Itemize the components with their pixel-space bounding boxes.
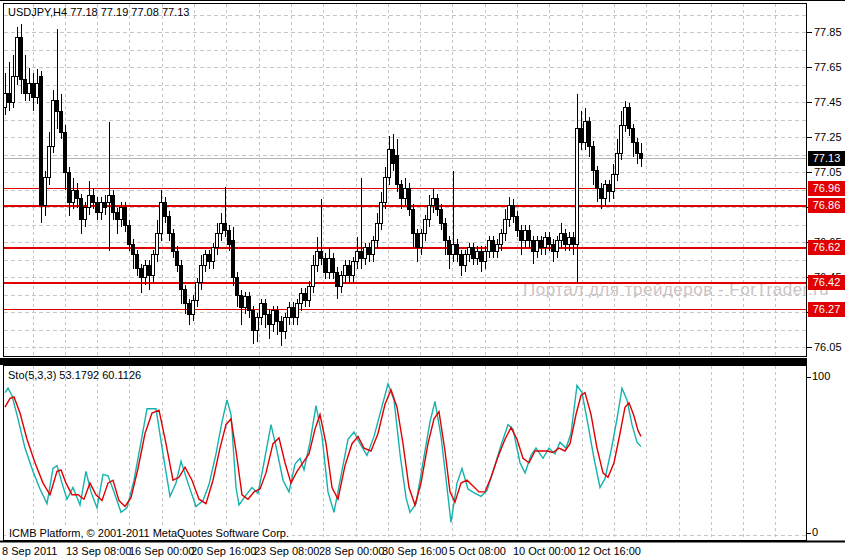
current-price-tag: 77.13 <box>808 151 845 166</box>
candle-body <box>616 153 619 174</box>
candle-body <box>588 122 591 147</box>
candle-body <box>96 202 99 213</box>
time-axis-label: 16 Sep 00:00 <box>129 545 194 557</box>
candle-body <box>168 216 171 234</box>
candle-body <box>72 190 75 202</box>
candle-body <box>132 244 135 255</box>
time-axis-label: 20 Sep 16:00 <box>191 545 256 557</box>
level-price-tag: 76.86 <box>808 198 845 213</box>
candle-body <box>176 251 179 265</box>
candle-body <box>228 230 231 244</box>
candle-body <box>296 304 299 318</box>
candle-body <box>600 188 603 199</box>
price-chart-canvas[interactable] <box>0 0 845 558</box>
candle-body <box>44 178 47 206</box>
candle-body <box>356 251 359 262</box>
candle-body <box>368 248 371 255</box>
candle-body <box>24 80 27 94</box>
time-axis-label: 23 Sep 08:00 <box>254 545 319 557</box>
candle-body <box>436 199 439 210</box>
time-axis-label: 10 Oct 00:00 <box>513 545 576 557</box>
candle-body <box>304 293 307 300</box>
candle-body <box>552 244 555 251</box>
chart-window: USDJPY,H4 77.18 77.19 77.08 77.13 Sto(5,… <box>0 0 845 558</box>
candle-body <box>16 38 19 76</box>
candle-body <box>32 83 35 97</box>
candle-body <box>40 76 43 206</box>
candle-body <box>636 143 639 154</box>
candle-body <box>476 251 479 258</box>
candle-body <box>380 202 383 223</box>
candle-body <box>544 237 547 248</box>
candle-body <box>240 295 243 307</box>
candle-body <box>572 237 575 244</box>
candle-body <box>288 307 291 318</box>
candle-body <box>604 185 607 199</box>
candle-body <box>420 234 423 248</box>
candle-body <box>432 199 435 206</box>
candle-body <box>12 76 15 102</box>
candle-body <box>212 248 215 262</box>
candle-body <box>308 286 311 300</box>
candle-body <box>264 304 267 315</box>
candle-body <box>548 237 551 244</box>
stochastic-k-line <box>5 384 641 523</box>
candle-body <box>532 241 535 252</box>
level-price-tag: 76.42 <box>808 275 845 290</box>
candle-body <box>220 223 223 234</box>
candle-body <box>384 178 387 203</box>
platform-copyright: ICMB Platform, © 2001-2011 MetaQuotes So… <box>6 527 292 539</box>
candle-body <box>524 230 527 241</box>
candle-body <box>332 258 335 272</box>
candle-body <box>488 241 491 252</box>
candle-body <box>404 188 407 199</box>
candle-body <box>120 208 123 220</box>
candle-body <box>156 234 159 255</box>
candle-body <box>152 255 155 276</box>
candle-body <box>56 101 59 112</box>
candle-body <box>424 220 427 234</box>
candle-body <box>100 202 103 213</box>
candle-body <box>576 129 579 245</box>
candle-body <box>300 293 303 304</box>
candle-body <box>84 208 87 220</box>
time-axis-label: 5 Oct 08:00 <box>449 545 506 557</box>
candle-body <box>596 171 599 189</box>
candle-body <box>624 108 627 126</box>
candle-body <box>556 241 559 252</box>
candle-body <box>632 129 635 143</box>
candle-body <box>80 199 83 220</box>
candle-body <box>520 230 523 241</box>
candle-body <box>52 101 55 147</box>
candle-body <box>392 150 395 164</box>
candle-body <box>216 234 219 248</box>
candle-body <box>136 255 139 269</box>
candle-body <box>244 297 247 308</box>
indicator-panel-border <box>4 366 807 541</box>
candle-body <box>388 150 391 178</box>
candle-body <box>144 265 147 277</box>
candle-body <box>180 265 183 290</box>
candle-body <box>140 269 143 278</box>
time-axis-label: 8 Sep 2011 <box>2 545 57 557</box>
candle-body <box>320 251 323 258</box>
candle-body <box>620 125 623 153</box>
candle-body <box>440 209 443 223</box>
candle-body <box>232 241 235 278</box>
candle-body <box>268 314 271 325</box>
price-axis-label: 77.05 <box>814 166 842 178</box>
candle-body <box>528 230 531 241</box>
symbol-title: USDJPY,H4 77.18 77.19 77.08 77.13 <box>8 6 189 18</box>
candle-body <box>224 223 227 230</box>
candle-body <box>464 255 467 266</box>
panel-splitter[interactable] <box>0 358 807 365</box>
candle-body <box>456 244 459 255</box>
time-axis-label: 30 Sep 16:00 <box>382 545 447 557</box>
candle-body <box>148 265 151 276</box>
price-axis-label: 77.65 <box>814 61 842 73</box>
time-axis-baseline <box>0 541 845 543</box>
stochastic-indicator-label: Sto(5,3,3) 53.1792 60.1126 <box>8 369 141 381</box>
candle-body <box>128 225 131 244</box>
candle-body <box>76 190 79 199</box>
candle-body <box>448 241 451 255</box>
